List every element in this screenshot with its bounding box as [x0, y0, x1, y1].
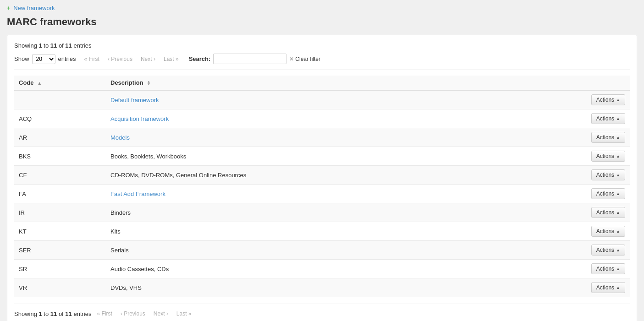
actions-button[interactable]: Actions▲ [591, 207, 625, 218]
description-link[interactable]: Default framework [110, 97, 159, 103]
cell-description: Serials [106, 241, 556, 260]
cell-description: Models [106, 128, 556, 147]
previous-button-top[interactable]: ‹ Previous [105, 55, 135, 63]
table-row: IRBindersActions▲ [14, 203, 630, 222]
table-header-row: Code ▲ Description ⇕ [14, 76, 630, 90]
actions-caret: ▲ [616, 135, 620, 140]
cell-code: SER [14, 241, 106, 260]
cell-code: VR [14, 278, 106, 297]
x-icon: ✕ [289, 56, 294, 62]
table-row: VRDVDs, VHSActions▲ [14, 278, 630, 297]
actions-button[interactable]: Actions▲ [591, 282, 625, 293]
first-button-bottom[interactable]: « First [94, 310, 115, 318]
bottom-controls: Showing 1 to 11 of 11 entries « First ‹ … [14, 304, 630, 318]
cell-code: CF [14, 166, 106, 185]
cell-description: Binders [106, 203, 556, 222]
new-framework-link[interactable]: + New framework [7, 5, 55, 11]
actions-label: Actions [596, 228, 614, 234]
last-button-top[interactable]: Last » [161, 55, 182, 63]
cell-actions: Actions▲ [556, 109, 630, 128]
cell-actions: Actions▲ [556, 260, 630, 278]
actions-button[interactable]: Actions▲ [591, 94, 625, 105]
showing-text-top: Showing 1 to 11 of 11 entries [14, 42, 630, 49]
actions-caret: ▲ [616, 191, 620, 196]
cell-actions: Actions▲ [556, 128, 630, 147]
actions-button[interactable]: Actions▲ [591, 169, 625, 180]
actions-button[interactable]: Actions▲ [591, 263, 625, 274]
actions-caret: ▲ [616, 210, 620, 215]
cell-code: FA [14, 185, 106, 203]
actions-caret: ▲ [616, 248, 620, 252]
table-body: Default frameworkActions▲ACQAcquisition … [14, 90, 630, 297]
actions-caret: ▲ [616, 173, 620, 177]
col-code-header[interactable]: Code ▲ [14, 76, 106, 90]
actions-label: Actions [596, 247, 614, 253]
cell-actions: Actions▲ [556, 147, 630, 166]
clear-filter-label: Clear filter [295, 56, 320, 62]
entries-label: entries [58, 55, 76, 62]
actions-button[interactable]: Actions▲ [591, 132, 625, 143]
sort-icon-desc: ⇕ [147, 81, 150, 86]
cell-description: Acquisition framework [106, 109, 556, 128]
show-label: Show [14, 55, 29, 62]
actions-caret: ▲ [616, 267, 620, 271]
cell-actions: Actions▲ [556, 90, 630, 109]
page-size-select[interactable]: 10 20 50 100 [32, 54, 55, 64]
cell-actions: Actions▲ [556, 203, 630, 222]
last-button-bottom[interactable]: Last » [174, 310, 194, 318]
cell-description: Fast Add Framework [106, 185, 556, 203]
actions-label: Actions [596, 172, 614, 178]
plus-icon: + [7, 5, 11, 11]
actions-button[interactable]: Actions▲ [591, 151, 625, 162]
description-link[interactable]: Acquisition framework [110, 115, 169, 122]
cell-code: IR [14, 203, 106, 222]
next-button-top[interactable]: Next › [138, 55, 158, 63]
actions-label: Actions [596, 97, 614, 103]
next-button-bottom[interactable]: Next › [151, 310, 171, 318]
cell-code: BKS [14, 147, 106, 166]
actions-button[interactable]: Actions▲ [591, 245, 625, 256]
table-row: KTKitsActions▲ [14, 222, 630, 241]
search-label: Search: [189, 55, 211, 62]
actions-label: Actions [596, 266, 614, 272]
previous-button-bottom[interactable]: ‹ Previous [118, 310, 148, 318]
cell-code: KT [14, 222, 106, 241]
table-row: CFCD-ROMs, DVD-ROMs, General Online Reso… [14, 166, 630, 185]
description-link[interactable]: Fast Add Framework [110, 190, 165, 197]
cell-description: Default framework [106, 90, 556, 109]
sort-icon-code: ▲ [37, 81, 42, 86]
page-container: + New framework MARC frameworks Showing … [0, 0, 644, 321]
main-panel: Showing 1 to 11 of 11 entries Show 10 20… [7, 35, 637, 321]
actions-label: Actions [596, 209, 614, 216]
frameworks-table: Code ▲ Description ⇕ Default frameworkAc… [14, 76, 630, 297]
col-actions-header [556, 76, 630, 90]
actions-label: Actions [596, 134, 614, 141]
table-row: Default frameworkActions▲ [14, 90, 630, 109]
actions-button[interactable]: Actions▲ [591, 188, 625, 199]
actions-button[interactable]: Actions▲ [591, 113, 625, 124]
cell-actions: Actions▲ [556, 278, 630, 297]
cell-description: DVDs, VHS [106, 278, 556, 297]
cell-code [14, 90, 106, 109]
cell-description: Audio Cassettes, CDs [106, 260, 556, 278]
table-row: FAFast Add FrameworkActions▲ [14, 185, 630, 203]
actions-caret: ▲ [616, 98, 620, 102]
actions-caret: ▲ [616, 285, 620, 290]
clear-filter-button[interactable]: ✕ Clear filter [289, 56, 320, 62]
cell-actions: Actions▲ [556, 241, 630, 260]
actions-label: Actions [596, 284, 614, 291]
actions-label: Actions [596, 153, 614, 159]
cell-description: CD-ROMs, DVD-ROMs, General Online Resour… [106, 166, 556, 185]
cell-code: AR [14, 128, 106, 147]
table-controls: Show 10 20 50 100 entries « First ‹ Prev… [14, 54, 630, 70]
cell-actions: Actions▲ [556, 166, 630, 185]
col-desc-header[interactable]: Description ⇕ [106, 76, 556, 90]
search-input[interactable] [213, 54, 286, 64]
cell-description: Kits [106, 222, 556, 241]
first-button-top[interactable]: « First [82, 55, 102, 63]
table-row: SRAudio Cassettes, CDsActions▲ [14, 260, 630, 278]
new-framework-label: New framework [13, 5, 55, 11]
actions-label: Actions [596, 190, 614, 197]
description-link[interactable]: Models [110, 134, 130, 141]
actions-button[interactable]: Actions▲ [591, 226, 625, 237]
